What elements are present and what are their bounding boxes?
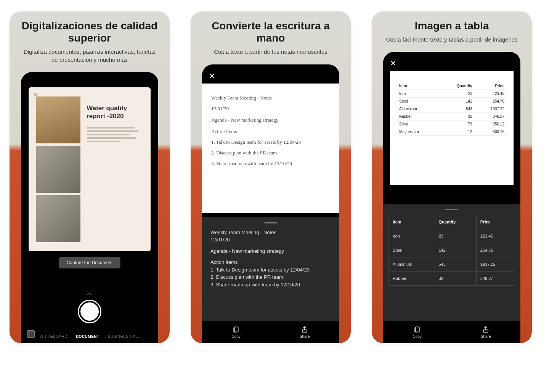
table-row: Aluminium5431937.22 <box>389 257 515 272</box>
cell-item: Aluminium <box>389 257 435 272</box>
share-button[interactable]: Share <box>481 326 491 339</box>
note-line: 2. Discuss plan with the PR team <box>211 149 330 157</box>
phone-mockup: ✕ Weekly Team Meeting - Notes 12/01/20 A… <box>202 64 339 343</box>
preview-text-column: Water quality report -2020 <box>87 96 143 242</box>
mode-document[interactable]: DOCUMENT <box>76 334 100 339</box>
cell-qty: 32 <box>435 272 476 286</box>
share-label: Share <box>300 334 310 339</box>
cell-price: 123.45 <box>475 90 507 98</box>
cell-item: Rubber <box>389 272 435 286</box>
cell-price: 1937.22 <box>476 257 515 272</box>
scanned-table: Item Quantity Price Iron23123.45Steel142… <box>397 82 507 136</box>
capture-document-button[interactable]: Capture the Document <box>59 257 120 268</box>
extracted-table: Item Quantity Price Iron23123.45Steel142… <box>388 215 515 286</box>
close-icon[interactable]: ✕ <box>390 59 396 68</box>
ocr-line: Weekly Team Meeting - Notes <box>210 230 276 235</box>
card-header: Convierte la escritura a mano Copia text… <box>191 11 351 60</box>
promo-card-handwriting: Convierte la escritura a mano Copia text… <box>191 11 351 343</box>
drag-handle[interactable] <box>264 222 277 223</box>
table-row: Rubber32346.27 <box>389 272 515 286</box>
table-row: Rubber32346.27 <box>397 113 507 120</box>
cell-qty: 12 <box>440 128 475 136</box>
card-header: Digitalizaciones de calidad superior Dig… <box>10 11 170 67</box>
cell-item: Silica <box>397 120 440 128</box>
ocr-line: 2. Discuss plan with the PR team <box>210 274 283 280</box>
card-subheading: Digitaliza documentos, pizarras interact… <box>21 48 158 64</box>
share-icon <box>482 326 490 333</box>
cell-qty: 23 <box>435 229 476 243</box>
cell-qty: 543 <box>435 257 476 272</box>
col-item: Item <box>389 215 435 229</box>
svg-rect-0 <box>234 327 238 332</box>
card-subheading: Copia fácilmente texto y tablas a partir… <box>383 36 520 43</box>
drag-handle[interactable] <box>445 209 458 210</box>
phone-mockup: ✕ Water quality report -2020 Capture the… <box>21 72 158 343</box>
card-heading: Digitalizaciones de calidad superior <box>21 20 158 44</box>
preview-image <box>36 146 80 193</box>
table-row: Steel142254.76 <box>397 98 507 105</box>
copy-button[interactable]: Copy <box>413 326 421 339</box>
card-subheading: Copia texto a partir de tus notas manusc… <box>202 48 339 56</box>
table-row: Magnesium12503.76 <box>397 128 507 136</box>
cell-item: Iron <box>397 90 440 98</box>
copy-icon <box>413 326 421 333</box>
copy-label: Copy <box>231 334 240 339</box>
ocr-line: 1. Talk to Design team for assets by 12/… <box>210 267 310 273</box>
copy-button[interactable]: Copy <box>231 326 240 339</box>
preview-image-column <box>36 96 80 242</box>
table-header-row: Item Quantity Price <box>389 215 515 229</box>
phone-mockup: ✕ Item Quantity Price Iron23123.45Steel1… <box>383 52 520 343</box>
ocr-line: 3. Share roadmap with team by 12/10/20 <box>210 282 300 288</box>
cell-qty: 73 <box>440 120 475 128</box>
col-price: Price <box>476 215 515 229</box>
cell-qty: 142 <box>440 98 475 105</box>
cell-price: 503.76 <box>475 128 507 136</box>
cell-qty: 543 <box>440 105 475 113</box>
table-row: Iron23123.45 <box>397 90 507 98</box>
cell-item: Steel <box>389 243 435 257</box>
cell-price: 346.27 <box>475 113 507 120</box>
table-header-row: Item Quantity Price <box>397 82 507 90</box>
table-row: Steel142254.76 <box>389 243 515 257</box>
cell-item: Aluminium <box>397 105 440 113</box>
note-line: Agenda - New marketing strategy <box>211 116 330 124</box>
cell-item: Magnesium <box>397 128 440 136</box>
copy-icon <box>232 326 240 333</box>
note-line: 3. Share roadmap with team by 12/10/20 <box>211 160 330 167</box>
cell-price: 1937.22 <box>475 105 507 113</box>
ocr-line: Agenda - New marketing strategy <box>210 247 331 255</box>
close-icon[interactable]: ✕ <box>33 91 38 98</box>
shutter-button[interactable] <box>79 301 100 322</box>
promo-card-scan: Digitalizaciones de calidad superior Dig… <box>10 11 170 343</box>
note-line: Weekly Team Meeting - Notes <box>211 94 330 102</box>
cell-price: 956.12 <box>475 120 507 128</box>
preview-image <box>36 195 80 242</box>
col-price: Price <box>475 82 507 90</box>
card-heading: Imagen a tabla <box>383 20 520 32</box>
share-button[interactable]: Share <box>300 326 310 339</box>
capture-modes: WHITEBOARD DOCUMENT BUSINESS CA… <box>21 334 158 339</box>
copy-label: Copy <box>413 334 421 339</box>
card-heading: Convierte la escritura a mano <box>202 20 339 44</box>
close-icon[interactable]: ✕ <box>209 71 215 80</box>
note-line: 1. Talk to Design team for assets by 12/… <box>211 138 330 146</box>
table-row: Silica73956.12 <box>397 120 507 128</box>
cell-qty: 142 <box>435 243 476 257</box>
table-row: Aluminium5431937.22 <box>397 105 507 113</box>
scanned-table-image: Item Quantity Price Iron23123.45Steel142… <box>390 71 514 185</box>
svg-rect-2 <box>416 327 419 332</box>
col-qty: Quantity <box>435 215 476 229</box>
col-item: Item <box>397 82 440 90</box>
chevron-up-icon[interactable]: ︿ <box>87 290 92 297</box>
mode-business-card[interactable]: BUSINESS CA… <box>108 334 140 339</box>
note-line: Action Items <box>211 128 330 135</box>
col-qty: Quantity <box>440 82 475 90</box>
preview-title: Water quality report -2020 <box>87 104 143 120</box>
mode-whiteboard[interactable]: WHITEBOARD <box>40 334 67 339</box>
preview-body-lines <box>87 127 143 142</box>
ocr-line: Action Items <box>210 259 238 265</box>
cell-price: 346.27 <box>476 272 515 286</box>
action-bar: Copy Share <box>383 321 520 343</box>
action-bar: Copy Share <box>202 321 339 343</box>
cell-qty: 32 <box>440 113 475 120</box>
